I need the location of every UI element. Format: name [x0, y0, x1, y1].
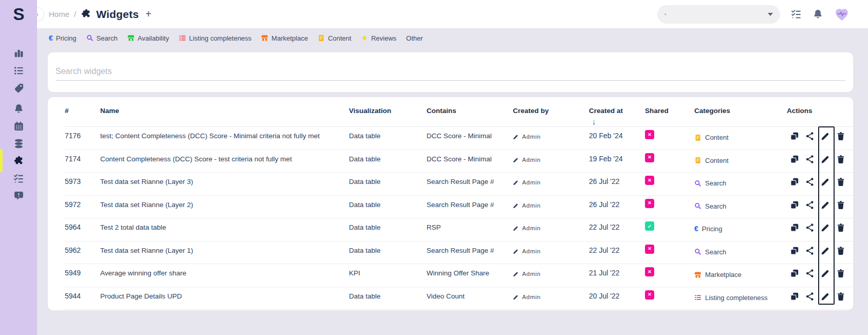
app-logo[interactable]: S	[0, 3, 37, 26]
header-created-at[interactable]: Created at ↓	[589, 107, 645, 126]
shared-status-badge[interactable]	[645, 199, 654, 208]
delete-button[interactable]	[836, 177, 845, 187]
sidebar-item-lists[interactable]	[0, 62, 37, 79]
chevron-down-icon[interactable]	[768, 13, 773, 16]
edit-button[interactable]	[821, 246, 830, 255]
edit-button[interactable]	[821, 200, 830, 210]
share-button[interactable]	[805, 269, 815, 278]
trash-icon	[836, 132, 845, 141]
cell-widget-name[interactable]: test; Content Completeness (DCC) Score -…	[100, 127, 333, 140]
tasks-button[interactable]	[791, 9, 802, 20]
duplicate-button[interactable]	[790, 132, 799, 141]
share-button[interactable]	[805, 177, 815, 187]
add-widget-button[interactable]: +	[145, 8, 152, 20]
edit-button[interactable]	[821, 223, 830, 232]
shared-status-badge[interactable]	[645, 267, 654, 276]
cell-created-at: 22 Jul '22	[589, 241, 645, 255]
filter-tab[interactable]: € ★ Availability	[127, 34, 169, 42]
filter-tab[interactable]: € ★ Pricing	[49, 34, 77, 42]
widgets-page: S	[0, 0, 868, 335]
sidebar-item-feedback[interactable]	[0, 187, 37, 204]
sidebar-item-pricing-tag[interactable]	[0, 79, 37, 97]
duplicate-button[interactable]	[790, 177, 799, 187]
duplicate-button[interactable]	[790, 246, 799, 255]
filter-tab[interactable]: € ★ Search	[86, 34, 118, 42]
cell-widget-name[interactable]: Test data set Rianne (Layer 1)	[100, 241, 333, 255]
delete-button[interactable]	[836, 132, 845, 141]
cell-widget-name[interactable]: Content Completeness (DCC) Score - test …	[100, 150, 333, 163]
sidebar-item-analytics[interactable]	[0, 44, 37, 62]
filter-tab[interactable]: € ★ Reviews	[361, 33, 397, 43]
header-num[interactable]: #	[65, 107, 100, 115]
edit-button[interactable]	[821, 269, 830, 278]
sidebar-item-calendar[interactable]	[0, 117, 37, 135]
star-icon: ★	[361, 33, 368, 43]
sidebar-item-data[interactable]	[0, 135, 37, 152]
sort-descending-icon[interactable]: ↓	[592, 117, 645, 126]
share-button[interactable]	[805, 223, 815, 232]
delete-button[interactable]	[836, 246, 845, 255]
header-shared[interactable]: Shared	[645, 107, 694, 115]
header-name[interactable]: Name	[100, 107, 349, 115]
cell-created-by: Admin	[513, 241, 589, 256]
sidebar-item-notifications[interactable]	[0, 100, 37, 117]
edit-button[interactable]	[821, 155, 830, 164]
delete-button[interactable]	[836, 223, 845, 232]
duplicate-button[interactable]	[790, 223, 799, 232]
shared-status-badge[interactable]	[645, 153, 654, 162]
edit-button[interactable]	[821, 132, 830, 141]
table-row: 5973 Test data set Rianne (Layer 3) Data…	[65, 173, 853, 196]
notifications-button[interactable]	[812, 9, 823, 20]
sidebar-item-widgets[interactable]	[0, 152, 37, 170]
share-button[interactable]	[805, 246, 815, 255]
cell-shared	[645, 150, 694, 162]
shared-status-badge[interactable]	[645, 290, 654, 300]
duplicate-button[interactable]	[790, 155, 799, 164]
header-categories[interactable]: Categories	[694, 107, 787, 115]
header-created-by[interactable]: Created by	[513, 107, 589, 115]
duplicate-button[interactable]	[790, 269, 799, 278]
cell-created-by: Admin	[513, 173, 589, 187]
filter-tab[interactable]: € ★ Listing completeness	[179, 34, 251, 42]
header-contains[interactable]: Contains	[427, 107, 513, 115]
duplicate-button[interactable]	[790, 200, 799, 210]
share-button[interactable]	[805, 200, 815, 210]
duplicate-button[interactable]	[790, 292, 799, 301]
cell-widget-name[interactable]: Test data set Rianne (Layer 3)	[100, 173, 333, 186]
breadcrumb-separator: /	[74, 10, 76, 18]
global-search[interactable]	[657, 5, 780, 24]
delete-button[interactable]	[836, 155, 845, 164]
cell-widget-name[interactable]: Test data set Rianne (Layer 2)	[100, 196, 333, 209]
pencil-icon	[821, 132, 830, 141]
delete-button[interactable]	[836, 292, 845, 301]
cell-category: € Search	[694, 173, 787, 188]
cell-widget-name[interactable]: Average winning offer share	[100, 264, 333, 277]
filter-tab[interactable]: € ★ Other	[406, 34, 423, 42]
widget-search-input[interactable]	[56, 60, 845, 81]
delete-button[interactable]	[836, 269, 845, 278]
cell-widget-name[interactable]: Product Page Details UPD	[100, 287, 333, 301]
breadcrumb-home-link[interactable]: Home	[49, 10, 69, 18]
cell-widget-name[interactable]: Test 2 total data table	[100, 218, 333, 232]
edit-button[interactable]	[821, 177, 830, 187]
pencil-icon	[821, 200, 830, 210]
share-button[interactable]	[805, 155, 815, 164]
header-visualization[interactable]: Visualization	[349, 107, 427, 115]
sidebar-item-tasks[interactable]	[0, 170, 37, 187]
shared-status-badge[interactable]	[645, 245, 654, 254]
delete-button[interactable]	[836, 200, 845, 210]
shared-status-badge[interactable]	[645, 176, 654, 185]
share-button[interactable]	[805, 132, 815, 141]
cell-created-at: 21 Jul '22	[589, 264, 645, 277]
filter-tab[interactable]: € ★ Content	[318, 34, 352, 42]
duplicate-icon	[790, 223, 799, 232]
global-search-input[interactable]	[671, 10, 764, 18]
filter-tab[interactable]: € ★ Marketplace	[261, 34, 308, 42]
shared-status-badge[interactable]	[645, 130, 654, 139]
shared-status-badge[interactable]	[645, 221, 654, 231]
puzzle-icon	[13, 156, 24, 166]
share-button[interactable]	[805, 292, 815, 301]
edit-button[interactable]	[821, 292, 830, 301]
health-status-avatar[interactable]	[834, 7, 849, 22]
trash-icon	[836, 177, 845, 187]
